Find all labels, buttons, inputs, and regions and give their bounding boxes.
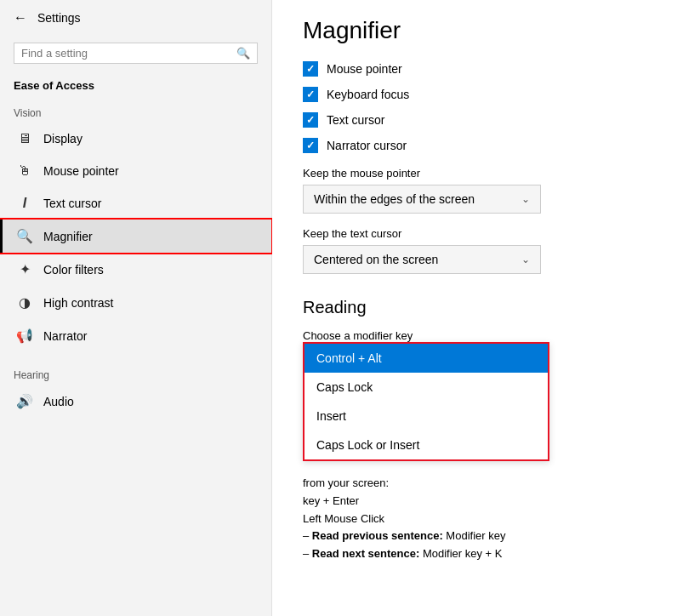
sidebar-item-display[interactable]: 🖥 Display	[0, 123, 271, 155]
mouse-pointer-dropdown-section: Keep the mouse pointer Within the edges …	[303, 167, 669, 214]
checkbox-keyboard-focus-label: Keyboard focus	[327, 88, 409, 101]
checkbox-narrator-cursor[interactable]: Narrator cursor	[303, 138, 669, 153]
search-box[interactable]: 🔍	[14, 43, 258, 64]
chevron-down-icon-2: ⌄	[521, 254, 530, 265]
vision-section-label: Vision	[0, 100, 271, 123]
breadcrumb: Ease of Access	[0, 74, 271, 100]
sidebar-item-narrator[interactable]: 📢 Narrator	[0, 319, 271, 352]
page-title: Magnifier	[303, 17, 669, 44]
checkbox-keyboard-focus[interactable]: Keyboard focus	[303, 87, 669, 102]
magnifier-icon: 🔍	[16, 228, 33, 244]
sidebar-item-magnifier-label: Magnifier	[43, 230, 93, 243]
text-cursor-dropdown[interactable]: Centered on the screen ⌄	[303, 245, 541, 274]
checkbox-mouse-pointer-box[interactable]	[303, 61, 318, 77]
sidebar-item-audio[interactable]: 🔊 Audio	[0, 385, 271, 418]
reading-info-line3: Left Mouse Click	[303, 512, 384, 525]
text-cursor-dropdown-label: Keep the text cursor	[303, 227, 669, 240]
mouse-pointer-dropdown-value: Within the edges of the screen	[314, 192, 475, 206]
checkbox-keyboard-focus-box[interactable]	[303, 87, 318, 102]
reading-info-bold2: – Read next sentence:	[303, 547, 419, 560]
sidebar-item-text-cursor[interactable]: I Text cursor	[0, 187, 271, 220]
modifier-option-caps-lock-insert[interactable]: Caps Lock or Insert	[304, 431, 548, 459]
modifier-key-label: Choose a modifier key	[303, 329, 669, 342]
reading-info-text2: Modifier key + K	[423, 547, 503, 560]
sidebar-item-display-label: Display	[43, 132, 83, 145]
modifier-option-caps-lock[interactable]: Caps Lock	[304, 373, 548, 402]
reading-info-line1: from your screen:	[303, 476, 389, 489]
hearing-section-label: Hearing	[0, 362, 271, 385]
modifier-option-insert[interactable]: Insert	[304, 402, 548, 431]
back-button[interactable]: ←	[14, 10, 27, 26]
chevron-down-icon: ⌄	[521, 193, 530, 205]
sidebar-item-audio-label: Audio	[43, 395, 74, 408]
sidebar-item-high-contrast[interactable]: ◑ High contrast	[0, 286, 271, 319]
sidebar-item-mouse-pointer[interactable]: 🖱 Mouse pointer	[0, 155, 271, 187]
sidebar-item-mouse-pointer-label: Mouse pointer	[43, 164, 119, 178]
high-contrast-icon: ◑	[16, 294, 33, 311]
narrator-icon: 📢	[16, 328, 33, 344]
settings-title: Settings	[37, 11, 81, 25]
reading-title: Reading	[303, 298, 669, 317]
sidebar: ← Settings 🔍 Ease of Access Vision 🖥 Dis…	[0, 0, 272, 616]
reading-info: from your screen: key + Enter Left Mouse…	[303, 475, 626, 563]
audio-icon: 🔊	[16, 393, 33, 409]
modifier-key-dropdown[interactable]: Control + Alt Caps Lock Insert Caps Lock…	[303, 342, 549, 461]
sidebar-item-high-contrast-label: High contrast	[43, 296, 113, 310]
reading-info-line2: key + Enter	[303, 494, 359, 507]
text-cursor-icon: I	[16, 196, 33, 211]
mouse-pointer-icon: 🖱	[16, 163, 33, 179]
checkbox-narrator-cursor-box[interactable]	[303, 138, 318, 153]
checkbox-text-cursor-label: Text cursor	[327, 113, 384, 127]
checkbox-mouse-pointer-label: Mouse pointer	[327, 62, 402, 76]
main-content: Magnifier Mouse pointer Keyboard focus T…	[272, 0, 700, 616]
sidebar-header: ← Settings	[0, 0, 271, 36]
checkbox-text-cursor-box[interactable]	[303, 112, 318, 128]
checkbox-narrator-cursor-label: Narrator cursor	[327, 139, 407, 152]
sidebar-item-magnifier[interactable]: 🔍 Magnifier	[0, 220, 271, 253]
text-cursor-dropdown-section: Keep the text cursor Centered on the scr…	[303, 227, 669, 274]
reading-info-bold1: Read previous sentence:	[312, 529, 443, 542]
sidebar-item-narrator-label: Narrator	[43, 329, 87, 343]
reading-info-text1: Modifier key	[446, 529, 505, 542]
mouse-pointer-dropdown[interactable]: Within the edges of the screen ⌄	[303, 185, 541, 214]
modifier-key-section: Choose a modifier key Control + Alt Caps…	[303, 329, 669, 461]
mouse-pointer-dropdown-label: Keep the mouse pointer	[303, 167, 669, 180]
search-input[interactable]	[21, 47, 231, 60]
search-icon: 🔍	[236, 47, 250, 60]
checkbox-mouse-pointer[interactable]: Mouse pointer	[303, 61, 669, 77]
sidebar-item-text-cursor-label: Text cursor	[43, 197, 101, 210]
display-icon: 🖥	[16, 131, 33, 146]
checkbox-text-cursor[interactable]: Text cursor	[303, 112, 669, 128]
modifier-option-ctrl-alt[interactable]: Control + Alt	[304, 344, 548, 373]
sidebar-item-color-filters[interactable]: ✦ Color filters	[0, 253, 271, 286]
color-filters-icon: ✦	[16, 261, 33, 277]
text-cursor-dropdown-value: Centered on the screen	[314, 253, 438, 266]
sidebar-item-color-filters-label: Color filters	[43, 263, 104, 277]
